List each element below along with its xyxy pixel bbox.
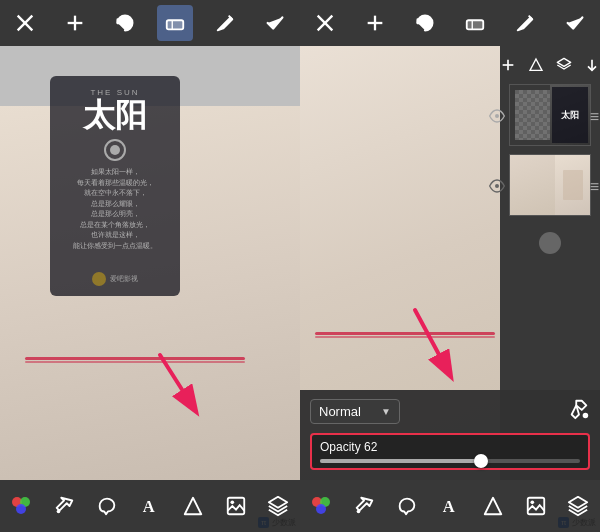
opacity-label: Opacity 62 [320, 440, 580, 454]
arrow-left [140, 345, 220, 425]
layer-add-icon[interactable] [497, 54, 519, 76]
pencil-icon[interactable] [207, 5, 243, 41]
svg-rect-21 [467, 20, 484, 29]
layer-down-icon[interactable] [581, 54, 600, 76]
layer-panel-top-icons [497, 54, 600, 76]
card-body: 如果太阳一样，每天看着那些温暖的光，就在空中永不落下，总是那么耀眼，总是那么明亮… [73, 167, 157, 251]
svg-point-31 [495, 184, 499, 188]
undo-icon[interactable] [107, 5, 143, 41]
svg-line-24 [415, 310, 450, 375]
right-canvas-area: 太阳 ≡ [300, 46, 600, 480]
svg-point-10 [16, 504, 26, 514]
layer-2-img [555, 155, 590, 215]
card-overlay: THE SUN 太阳 如果太阳一样，每天看着那些温暖的光，就在空中永不落下，总是… [50, 76, 180, 296]
right-text-icon[interactable]: A [432, 488, 468, 524]
layer-merge-icon[interactable] [525, 54, 547, 76]
card-title: 太阳 [83, 99, 147, 131]
svg-point-35 [316, 504, 326, 514]
layer-panel-dot [539, 232, 561, 254]
svg-marker-27 [530, 59, 542, 70]
right-panel: 太阳 ≡ [300, 0, 600, 532]
svg-point-11 [57, 510, 61, 514]
blend-row: Normal ▼ [310, 398, 590, 425]
blend-mode-select[interactable]: Normal ▼ [310, 399, 400, 424]
fill-bucket-icon[interactable] [568, 398, 590, 425]
right-eraser-icon[interactable] [457, 5, 493, 41]
right-add-icon[interactable] [357, 5, 393, 41]
blend-mode-label: Normal [319, 404, 361, 419]
opacity-thumb[interactable] [474, 454, 488, 468]
svg-point-40 [530, 501, 534, 505]
confirm-icon[interactable] [257, 5, 293, 41]
right-layers-icon[interactable] [560, 488, 596, 524]
svg-marker-28 [557, 58, 570, 66]
layer-2-eye-icon[interactable] [489, 178, 505, 197]
layer-1-options-icon[interactable]: ≡ [590, 108, 599, 126]
svg-text:A: A [143, 497, 155, 516]
svg-rect-39 [527, 498, 544, 515]
layer-1-thumb: 太阳 [509, 84, 591, 146]
text-icon[interactable]: A [132, 488, 168, 524]
svg-point-32 [583, 413, 589, 419]
eraser-icon[interactable] [157, 5, 193, 41]
right-pencil-icon[interactable] [507, 5, 543, 41]
right-confirm-icon[interactable] [557, 5, 593, 41]
layer-stack-icon[interactable] [553, 54, 575, 76]
add-icon[interactable] [57, 5, 93, 41]
left-toolbar [0, 0, 300, 46]
card-subtitle: THE SUN [90, 88, 139, 97]
card-footer: 爱吧影视 [50, 272, 180, 286]
right-close-icon[interactable] [307, 5, 343, 41]
right-colors-icon[interactable] [303, 488, 339, 524]
opacity-slider[interactable] [320, 459, 580, 463]
layers-icon[interactable] [260, 488, 296, 524]
left-panel: THE SUN 太阳 如果太阳一样，每天看着那些温暖的光，就在空中永不落下，总是… [0, 0, 300, 532]
right-image-icon[interactable] [518, 488, 554, 524]
svg-point-30 [495, 114, 499, 118]
layer-1-img: 太阳 [550, 85, 590, 145]
svg-marker-13 [185, 498, 202, 515]
layer-1-eye-icon[interactable] [489, 108, 505, 127]
right-lasso-icon[interactable] [389, 488, 425, 524]
svg-point-15 [230, 501, 234, 505]
eyedrop-icon[interactable] [46, 488, 82, 524]
svg-point-36 [357, 510, 361, 514]
svg-marker-41 [569, 497, 587, 508]
image-icon[interactable] [218, 488, 254, 524]
svg-line-7 [160, 355, 195, 410]
svg-rect-4 [167, 20, 184, 29]
opacity-row: Opacity 62 [310, 433, 590, 470]
layer-1-row: 太阳 ≡ [509, 84, 591, 150]
right-shape-icon[interactable] [475, 488, 511, 524]
lasso-icon[interactable] [89, 488, 125, 524]
left-bottom-toolbar: A [0, 480, 300, 532]
svg-text:A: A [443, 497, 455, 516]
right-toolbar [300, 0, 600, 46]
right-eyedrop-icon[interactable] [346, 488, 382, 524]
sun-icon [104, 139, 126, 161]
left-canvas: THE SUN 太阳 如果太阳一样，每天看着那些温暖的光，就在空中永不落下，总是… [0, 46, 300, 480]
right-undo-icon[interactable] [407, 5, 443, 41]
arrow-right [390, 300, 480, 390]
right-bottom-toolbar: A [300, 480, 600, 532]
layer-2-row: ≡ [509, 154, 591, 220]
svg-rect-14 [227, 498, 244, 515]
blend-opacity-panel: Normal ▼ Opacity 62 [300, 390, 600, 480]
dropdown-arrow-icon: ▼ [381, 406, 391, 417]
shape-icon[interactable] [175, 488, 211, 524]
colors-icon[interactable] [3, 488, 39, 524]
layer-2-thumb [509, 154, 591, 216]
opacity-fill [320, 459, 481, 463]
layer-2-options-icon[interactable]: ≡ [590, 178, 599, 196]
svg-marker-38 [485, 498, 502, 515]
close-icon[interactable] [7, 5, 43, 41]
svg-marker-16 [269, 497, 287, 508]
